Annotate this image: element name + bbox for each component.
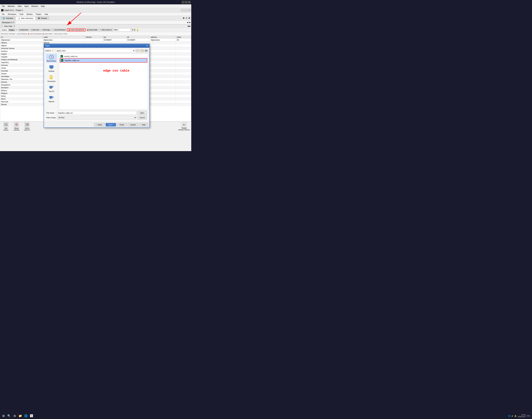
table-cell: 64.999847 bbox=[102, 39, 126, 41]
merge-columns-button[interactable]: Merge columns bbox=[12, 122, 21, 131]
minimize-button[interactable]: _ bbox=[182, 1, 184, 4]
table-cell bbox=[176, 69, 191, 72]
col-label[interactable]: Label bbox=[43, 36, 85, 39]
panel-nav-next[interactable]: ▶ bbox=[189, 25, 190, 27]
gephi-menu-plugins[interactable]: Plugins bbox=[35, 13, 43, 15]
files-of-type-select[interactable]: All Files bbox=[57, 116, 136, 119]
sidebar-this-pc[interactable]: This PC bbox=[46, 84, 57, 93]
dialog-up-button[interactable]: ↑ bbox=[136, 49, 139, 52]
file-country-node[interactable]: X country_node.csv bbox=[60, 54, 147, 58]
table-cell: Bermuda bbox=[0, 100, 43, 103]
config-button[interactable]: Configuration bbox=[18, 28, 29, 31]
add-edge-button[interactable]: ⊕ Add edge bbox=[40, 28, 51, 31]
sidebar-network[interactable]: Network bbox=[46, 94, 57, 103]
panel-nav-prev[interactable]: ◀ bbox=[187, 25, 189, 27]
gephi-close[interactable]: ✕ bbox=[188, 9, 191, 12]
wizard-cancel-button[interactable]: Cancel bbox=[128, 123, 138, 127]
more-actions-button[interactable]: 🔧 More actions ▾ bbox=[99, 28, 113, 31]
sidebar-documents[interactable]: Documents bbox=[46, 74, 57, 83]
table-cell bbox=[150, 55, 176, 58]
table-cell: Andorra bbox=[0, 50, 43, 52]
back-button[interactable]: < Back bbox=[94, 123, 105, 127]
gephi-menu-window[interactable]: Window bbox=[25, 13, 34, 15]
col-lng[interactable]: lng bbox=[102, 36, 126, 39]
svg-rect-30 bbox=[50, 99, 52, 99]
gephi-menu-tools[interactable]: Tools bbox=[18, 13, 25, 15]
dialog-main: Recent Items Desktop Documents bbox=[45, 54, 148, 110]
dialog-close-button[interactable]: ✕ bbox=[146, 45, 148, 47]
table-cell bbox=[176, 97, 191, 100]
close-button[interactable]: ✕ bbox=[188, 1, 191, 4]
filter-label: Filter: bbox=[114, 29, 118, 31]
filter-input[interactable] bbox=[118, 28, 131, 31]
tab-edges[interactable]: Edges bbox=[8, 29, 15, 31]
gephi-maximize[interactable]: □ bbox=[184, 9, 187, 12]
gephi-menu-file[interactable]: File bbox=[1, 13, 6, 15]
col-interval[interactable]: Interval bbox=[85, 36, 102, 39]
menu-devices[interactable]: Devices bbox=[30, 5, 39, 8]
menu-file[interactable]: File bbox=[1, 5, 6, 8]
add-column-button[interactable]: Add column bbox=[1, 122, 11, 131]
nav-prev-icon[interactable]: ◀ bbox=[187, 21, 188, 23]
menu-input[interactable]: Input bbox=[23, 5, 30, 8]
table-cell: Bahrain bbox=[0, 81, 43, 83]
file-migration-edge[interactable]: X migration_edge.csv bbox=[60, 58, 147, 63]
look-in-select[interactable]: gephi_class bbox=[55, 49, 135, 52]
maximize-button[interactable]: □ bbox=[185, 1, 188, 4]
table-cell: Australia bbox=[0, 69, 43, 72]
tab-preview[interactable]: 🖼 Preview bbox=[36, 16, 49, 20]
dialog-cancel-button[interactable]: Cancel bbox=[138, 116, 147, 119]
search-replace-button[interactable]: 🔍 Search/Replace bbox=[51, 28, 67, 31]
table-cell bbox=[176, 41, 191, 44]
dialog-file-area[interactable]: X country_node.csv X migration_edge.csv bbox=[59, 54, 148, 110]
negate-button[interactable]: Negate boolean values ▾ bbox=[178, 122, 190, 131]
dialog-open-button[interactable]: Open bbox=[138, 111, 147, 115]
main-tabs: 🌐 Overview 📊 Data Laboratory 🖼 Preview ✦… bbox=[0, 16, 191, 21]
filter-select[interactable]: Id bbox=[131, 28, 136, 31]
table-cell bbox=[150, 61, 176, 64]
import-spreadsheet-button[interactable]: 📥 Import Spreadsheet bbox=[67, 28, 85, 31]
table-cell bbox=[150, 103, 176, 106]
svg-rect-23 bbox=[50, 77, 51, 78]
workspace-close-icon[interactable]: ✕ bbox=[13, 21, 14, 23]
dialog-new-folder-button[interactable]: 📁+ bbox=[140, 49, 144, 52]
delete-column-button[interactable]: Delete column ▾ bbox=[23, 122, 32, 131]
col-status[interactable]: status bbox=[176, 36, 191, 39]
table-cell bbox=[176, 83, 191, 86]
menu-help[interactable]: Help bbox=[39, 5, 46, 8]
tab-data-laboratory[interactable]: 📊 Data Laboratory bbox=[16, 16, 35, 20]
table-cell: Anguilla bbox=[0, 55, 43, 58]
table-row[interactable]: AfghanistanAfghanistan64.99984733.000087… bbox=[0, 39, 191, 41]
tab-overview[interactable]: 🌐 Overview bbox=[1, 16, 15, 20]
file-name-input[interactable] bbox=[57, 111, 136, 115]
table-cell bbox=[150, 92, 176, 95]
col-address[interactable]: address bbox=[150, 36, 176, 39]
data-table-header: 📋 Data Table ✕ ◀ ▶ bbox=[0, 25, 191, 28]
file-name-label: File name: bbox=[46, 112, 56, 114]
sidebar-recent-items[interactable]: Recent Items bbox=[46, 54, 57, 63]
gephi-minimize[interactable]: — bbox=[181, 9, 184, 12]
data-table-close[interactable]: ✕ bbox=[13, 25, 15, 27]
col-lat[interactable]: lat bbox=[126, 36, 150, 39]
nav-next-icon[interactable]: ▶ bbox=[190, 21, 191, 23]
dialog-footer: File name: Open Files of type: All Files… bbox=[45, 110, 148, 121]
workspace-tab[interactable]: Workspace 1 ✕ bbox=[1, 21, 15, 24]
next-button[interactable]: Next > bbox=[106, 123, 116, 127]
table-cell: Benin bbox=[0, 97, 43, 100]
table-cell bbox=[150, 50, 176, 52]
add-node-button[interactable]: ⊕ Add node bbox=[30, 28, 40, 31]
export-table-button[interactable]: 📤 Export table bbox=[86, 28, 98, 31]
table-cell bbox=[150, 52, 176, 55]
finish-button[interactable]: Finish bbox=[117, 123, 127, 127]
table-cell bbox=[150, 69, 176, 72]
sidebar-desktop[interactable]: Desktop bbox=[46, 64, 57, 73]
menu-machine[interactable]: Machine bbox=[6, 5, 16, 8]
gephi-menu-workspace[interactable]: Workspace bbox=[7, 13, 18, 15]
table-cell bbox=[176, 81, 191, 83]
gephi-menu-help[interactable]: Help bbox=[43, 13, 49, 15]
tab-nodes[interactable]: Nodes bbox=[1, 29, 8, 31]
help-button[interactable]: Help bbox=[139, 123, 148, 127]
menu-view[interactable]: View bbox=[16, 5, 23, 8]
dialog-view-button[interactable]: ☰▾ bbox=[144, 49, 148, 52]
col-id[interactable]: Id bbox=[0, 36, 43, 39]
